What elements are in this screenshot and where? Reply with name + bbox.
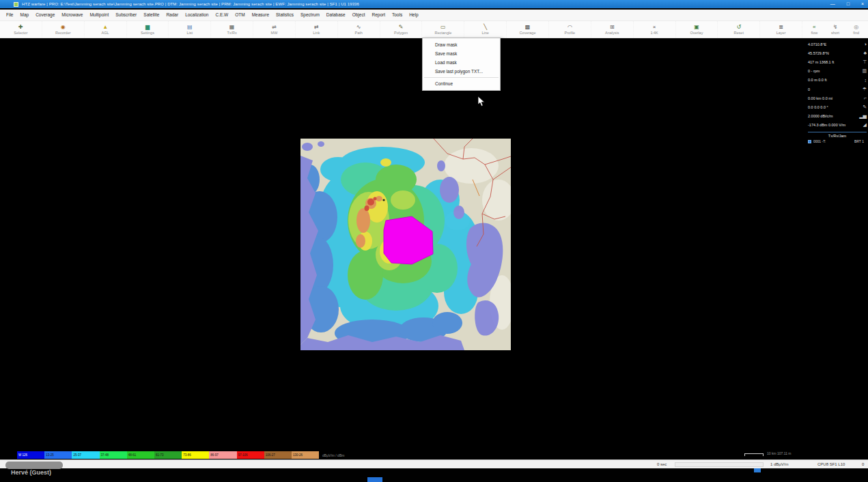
toolbar-short[interactable]: ↯ short	[825, 21, 846, 38]
readout-panel: 4.0710.8°E ◑ 45.5729.8°N ♣ 417 m 1368.1 …	[808, 40, 867, 130]
legend-segment[interactable]: 25-37	[72, 451, 99, 459]
polygon-icon: ✎	[399, 24, 404, 30]
link-icon: ⇄	[314, 24, 319, 30]
toolbar-analysis[interactable]: ⊞ Analysis	[591, 21, 634, 38]
toolbar-14k[interactable]: × 1:4K	[634, 21, 676, 38]
legend-segment[interactable]: 73-86	[182, 451, 209, 459]
minimize-button[interactable]: —	[830, 0, 835, 8]
menu-bar: File Map Coverage Microwave Multipoint S…	[0, 10, 868, 20]
menu-statistics[interactable]: Statistics	[272, 10, 297, 20]
up-down-icon[interactable]: ↕	[865, 78, 867, 83]
taskbar-pill[interactable]	[5, 462, 63, 469]
toolbar-list[interactable]: ▤ List	[169, 21, 211, 38]
readout-row: 4.0710.8°E ◑	[808, 40, 867, 48]
reset-icon: ↺	[736, 24, 741, 30]
taskbar-app-chip[interactable]	[367, 477, 382, 482]
menu-coverage[interactable]: Coverage	[32, 10, 58, 20]
coverage-map[interactable]	[300, 139, 511, 350]
menu-separator	[424, 77, 499, 78]
map-scale-ruler	[744, 453, 764, 456]
toolbar-layer[interactable]: ≣ Layer	[760, 21, 802, 38]
menu-object[interactable]: Object	[349, 10, 369, 20]
signal-ramp-icon[interactable]: ◢	[863, 122, 867, 128]
settings-icon: ▆	[145, 24, 150, 30]
legend-segment[interactable]: W 126	[17, 451, 44, 459]
overlay-icon: ▣	[694, 24, 699, 30]
menu-tools[interactable]: Tools	[389, 10, 406, 20]
txrx-list-item[interactable]: 0001 -T: BRT 1	[808, 139, 867, 143]
toolbar-settings[interactable]: ▆ Settings	[127, 21, 169, 38]
menu-radar[interactable]: Radar	[163, 10, 182, 20]
menu-file[interactable]: File	[3, 10, 16, 20]
toolbar-reset[interactable]: ↺ Reset	[718, 21, 760, 38]
toolbar-profile[interactable]: ◠ Profile	[549, 21, 591, 38]
toolbar-flow[interactable]: « flow	[804, 21, 825, 38]
readout-row: -174.3 dBm 0.000 V/m ◢	[808, 121, 867, 130]
menu-cew[interactable]: C.E.W	[212, 10, 232, 20]
bars-icon[interactable]: ▂▅	[859, 113, 867, 119]
toolbar-find[interactable]: ◎ find	[845, 21, 867, 38]
toolbar-polygon[interactable]: ✎ Polygon	[380, 21, 423, 38]
toolbar-txrx[interactable]: ▦ Tx/Rx	[211, 21, 253, 38]
flow-icon: «	[813, 24, 815, 30]
antenna-icon[interactable]: ☂	[863, 87, 867, 92]
measure-icon[interactable]: ⌐	[864, 96, 867, 100]
legend-segment[interactable]: 61-73	[154, 451, 182, 459]
toolbar-selector[interactable]: ✚ Selector	[0, 21, 42, 38]
toolbar-coverage[interactable]: ▩ Coverage	[507, 21, 549, 38]
legend-segment[interactable]: 13-25	[44, 451, 72, 459]
building-raster-icon[interactable]: ▥	[862, 68, 867, 74]
progress-bar	[675, 462, 764, 467]
legend-segment[interactable]: 37-48	[100, 451, 127, 459]
menu-spectrum[interactable]: Spectrum	[297, 10, 323, 20]
menu-otm[interactable]: OTM	[232, 10, 248, 20]
menu-database[interactable]: Database	[323, 10, 349, 20]
legend-segment[interactable]: 86-97	[209, 451, 236, 459]
pencil-icon[interactable]: ✎	[863, 104, 867, 110]
close-button[interactable]: ×	[861, 0, 864, 8]
menu-microwave[interactable]: Microwave	[58, 10, 86, 20]
menu-item-save-mask[interactable]: Save mask	[423, 49, 500, 58]
toolbar-mw[interactable]: ⇌ MW	[253, 21, 296, 38]
legend-segment[interactable]: 48-61	[127, 451, 154, 459]
short-icon: ↯	[833, 24, 838, 30]
toolbar-rectangle[interactable]: ▭ Rectangle	[422, 21, 464, 38]
clutter-tree-icon[interactable]: ♣	[863, 51, 867, 55]
rectangle-icon: ▭	[440, 24, 446, 30]
toolbar-line[interactable]: ╲ Line	[464, 21, 507, 38]
menu-item-continue[interactable]: Continue	[423, 79, 500, 88]
menu-map[interactable]: Map	[16, 10, 32, 20]
tx-site-marker[interactable]	[382, 199, 384, 201]
toolbar-overlay[interactable]: ▣ Overlay	[676, 21, 718, 38]
contrast-icon[interactable]: ◑	[864, 42, 867, 46]
find-icon: ◎	[854, 24, 858, 30]
menu-multipoint[interactable]: Multipoint	[86, 10, 112, 20]
status-bar: 0 sec 1 dBµV/m CPU8 SF1 L10 0	[0, 459, 868, 468]
menu-item-save-last-polygon[interactable]: Save last polygon TXT...	[423, 67, 500, 76]
menu-item-load-mask[interactable]: Load mask	[423, 58, 500, 67]
txrx-icon: ▦	[229, 24, 235, 30]
tx-color-swatch	[808, 140, 811, 143]
menu-measure[interactable]: Measure	[249, 10, 272, 20]
toolbar-recorder[interactable]: ◉ Recorder	[42, 21, 85, 38]
menu-subscriber[interactable]: Subscriber	[112, 10, 140, 20]
legend-segment[interactable]: 130-26	[292, 451, 319, 459]
legend-segment[interactable]: 97-106	[237, 451, 264, 459]
ground-height-icon[interactable]: ⊤	[863, 59, 867, 65]
legend-segment[interactable]: 106-27	[264, 451, 292, 459]
toolbar-link[interactable]: ⇄ Link	[296, 21, 338, 38]
toolbar-path[interactable]: ∿ Path	[338, 21, 380, 38]
taskbar-user-label: Hervé (Guest)	[11, 469, 51, 476]
readout-row: 2.0000 dBi/c/m ▂▅	[808, 112, 867, 121]
analysis-icon: ⊞	[610, 24, 615, 30]
maximize-button[interactable]: □	[847, 0, 850, 8]
menu-report[interactable]: Report	[368, 10, 389, 20]
menu-localization[interactable]: Localization	[182, 10, 212, 20]
menu-satellite[interactable]: Satellite	[140, 10, 163, 20]
agl-icon: ▲	[102, 24, 108, 30]
toolbar-agl[interactable]: ▲ AGL	[85, 21, 127, 38]
menu-item-draw-mask[interactable]: Draw mask	[423, 40, 500, 49]
menu-help[interactable]: Help	[406, 10, 421, 20]
layer-icon: ≣	[779, 24, 783, 30]
one-four-k-icon: ×	[653, 24, 656, 30]
